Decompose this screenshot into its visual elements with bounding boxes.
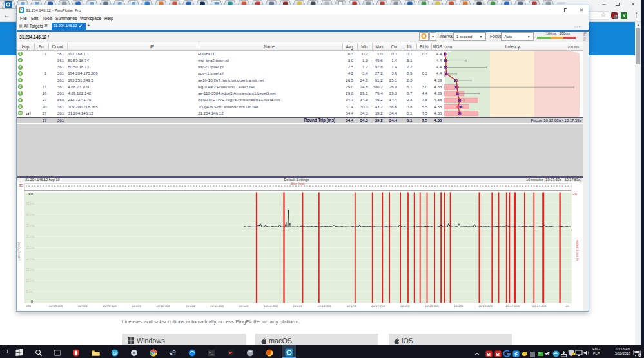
svg-text:10:11a: 10:11a xyxy=(186,304,195,307)
svg-text:Jitter (ms): Jitter (ms) xyxy=(290,182,305,185)
svg-text:10:17:30a: 10:17:30a xyxy=(532,304,547,307)
svg-text:5 ms: 5 ms xyxy=(26,290,33,294)
svg-text:10:14a: 10:14a xyxy=(347,304,356,307)
svg-text:08a: 08a xyxy=(26,304,31,307)
svg-text:25 ms: 25 ms xyxy=(26,245,35,249)
svg-text:10:09:30a: 10:09:30a xyxy=(102,304,117,307)
svg-text:10:11:30a: 10:11:30a xyxy=(210,304,224,307)
svg-text:10:16:30a: 10:16:30a xyxy=(478,304,493,307)
svg-text:10:10:30a: 10:10:30a xyxy=(156,304,170,307)
svg-text:10: 10 xyxy=(565,304,569,307)
svg-text:10:17:00a: 10:17:00a xyxy=(505,304,520,307)
svg-text:10:15a: 10:15a xyxy=(400,304,410,307)
svg-text:Latency (ms): Latency (ms) xyxy=(17,241,21,260)
svg-text:10:14:30a: 10:14:30a xyxy=(371,304,385,307)
svg-text:10:12:30a: 10:12:30a xyxy=(264,304,278,307)
svg-text:B: B xyxy=(487,351,491,357)
svg-text:30 ms: 30 ms xyxy=(26,234,35,238)
svg-text:15 ms: 15 ms xyxy=(26,267,35,271)
svg-text:10:12a: 10:12a xyxy=(239,304,249,307)
svg-text:35: 35 xyxy=(19,184,23,187)
svg-text:10:15:30a: 10:15:30a xyxy=(425,304,439,307)
svg-text:40 ms: 40 ms xyxy=(26,212,35,216)
svg-text:45 ms: 45 ms xyxy=(26,201,35,205)
svg-text:10:13:30a: 10:13:30a xyxy=(317,304,331,307)
svg-text:10:16a: 10:16a xyxy=(454,304,463,307)
svg-text:10:08:30a: 10:08:30a xyxy=(49,304,63,307)
svg-text:10:10a: 10:10a xyxy=(132,304,141,307)
svg-text:30: 30 xyxy=(572,192,577,196)
svg-text:B: B xyxy=(496,351,500,357)
svg-text:S: S xyxy=(113,350,116,356)
svg-text:Packet Loss %: Packet Loss % xyxy=(576,239,580,261)
svg-text:50: 50 xyxy=(28,192,33,196)
svg-text:35 ms: 35 ms xyxy=(26,223,35,227)
svg-text:20 ms: 20 ms xyxy=(26,256,35,260)
svg-text:10:09a: 10:09a xyxy=(78,304,88,307)
svg-text:10 ms: 10 ms xyxy=(26,279,35,283)
svg-text:>_: >_ xyxy=(209,351,214,355)
svg-text:10:13a: 10:13a xyxy=(293,304,302,307)
